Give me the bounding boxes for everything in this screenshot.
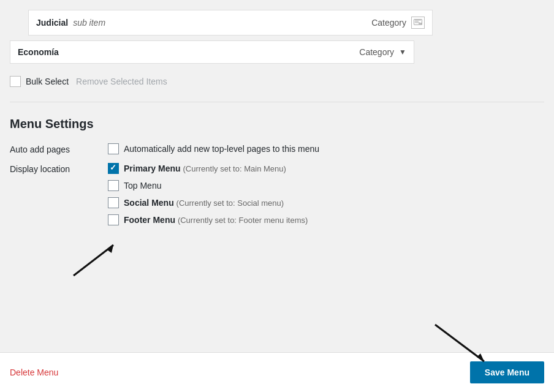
- judicial-category-icon[interactable]: [411, 17, 425, 29]
- display-location-label: Display location: [10, 163, 108, 174]
- judicial-label: Judicial: [36, 18, 68, 28]
- auto-add-checkbox[interactable]: [108, 143, 119, 154]
- menu-item-judicial-left: Judicial sub item: [36, 18, 105, 28]
- menu-item-judicial[interactable]: Judicial sub item Category: [28, 10, 433, 36]
- primary-menu-note: (Currently set to: Main Menu): [183, 164, 286, 173]
- auto-add-label: Auto add pages: [10, 143, 108, 154]
- primary-menu-label: Primary Menu (Currently set to: Main Men…: [124, 164, 286, 173]
- option-top-menu: Top Menu: [108, 180, 308, 191]
- social-menu-checkbox[interactable]: [108, 197, 119, 208]
- primary-menu-label-text: Primary Menu: [124, 164, 181, 173]
- bulk-select-text: Bulk Select: [26, 77, 69, 86]
- judicial-type: Category: [371, 18, 406, 28]
- remove-selected-link[interactable]: Remove Selected Items: [76, 77, 167, 86]
- svg-line-2: [74, 245, 113, 276]
- social-menu-note: (Currently set to: Social menu): [176, 198, 284, 208]
- arrow-primary-menu: [74, 245, 113, 276]
- footer-menu-note: (Currently set to: Footer menu items): [178, 216, 308, 225]
- delete-menu-link[interactable]: Delete Menu: [10, 368, 58, 377]
- bulk-select-checkbox[interactable]: [10, 76, 21, 87]
- economia-right: Category ▼: [359, 47, 406, 57]
- bulk-select-label[interactable]: Bulk Select: [10, 76, 69, 87]
- auto-add-option-text: Automatically add new top-level pages to…: [124, 144, 319, 154]
- display-location-row: Display location Primary Menu (Currently…: [10, 163, 544, 225]
- divider: [10, 102, 544, 102]
- svg-rect-1: [419, 23, 422, 25]
- menu-settings-section: Menu Settings Auto add pages Automatical…: [0, 107, 554, 246]
- auto-add-row: Auto add pages Automatically add new top…: [10, 143, 544, 154]
- option-social-menu: Social Menu (Currently set to: Social me…: [108, 197, 308, 208]
- economia-type: Category: [359, 47, 394, 57]
- page-wrapper: Judicial sub item Category Economía: [0, 0, 554, 392]
- social-menu-label-text: Social Menu: [124, 198, 174, 208]
- bulk-select-area: Bulk Select Remove Selected Items: [0, 66, 554, 97]
- top-menu-checkbox[interactable]: [108, 180, 119, 191]
- primary-menu-checkbox[interactable]: [108, 163, 119, 174]
- social-menu-label: Social Menu (Currently set to: Social me…: [124, 198, 284, 208]
- menu-item-economia-left: Economía: [18, 47, 59, 57]
- top-menu-label: Top Menu: [124, 181, 161, 190]
- judicial-sublabel: sub item: [73, 18, 105, 28]
- menu-item-economia[interactable]: Economía Category ▼: [10, 40, 414, 64]
- option-footer-menu: Footer Menu (Currently set to: Footer me…: [108, 214, 308, 225]
- footer-bar: Delete Menu Save Menu: [0, 352, 554, 392]
- footer-menu-label-text: Footer Menu: [124, 215, 175, 225]
- menu-settings-title: Menu Settings: [10, 117, 544, 131]
- economia-dropdown-icon[interactable]: ▼: [399, 48, 406, 56]
- auto-add-option: Automatically add new top-level pages to…: [108, 143, 319, 154]
- footer-menu-checkbox[interactable]: [108, 214, 119, 225]
- menu-items-container: Judicial sub item Category Economía: [0, 0, 554, 64]
- footer-menu-label: Footer Menu (Currently set to: Footer me…: [124, 215, 308, 225]
- save-menu-button[interactable]: Save Menu: [470, 361, 544, 383]
- economia-label: Economía: [18, 47, 59, 57]
- display-location-options: Primary Menu (Currently set to: Main Men…: [108, 163, 308, 225]
- judicial-right: Category: [371, 17, 425, 29]
- option-primary-menu: Primary Menu (Currently set to: Main Men…: [108, 163, 308, 174]
